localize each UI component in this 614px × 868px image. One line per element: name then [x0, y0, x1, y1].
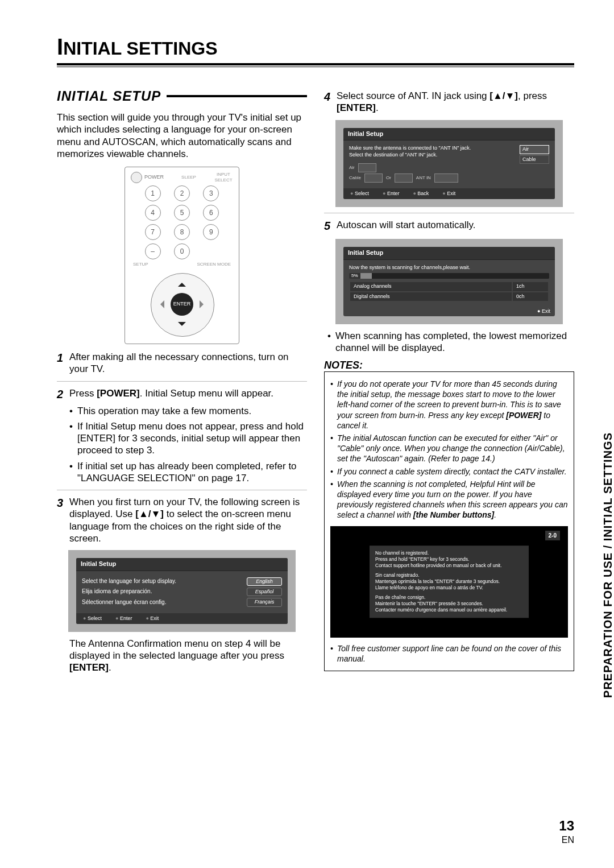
- right-column: 4 Select source of ANT. IN jack using [▲…: [324, 84, 574, 674]
- helpful-hint-screen: 2-0 No channel is registered.Press and h…: [330, 526, 568, 638]
- up-arrow-icon: [178, 279, 186, 287]
- notes-heading: NOTES:: [324, 359, 574, 372]
- intro-paragraph: This section will guide you through your…: [57, 111, 307, 160]
- step-1: 1 After making all the necessary connect…: [57, 351, 307, 375]
- chapter-initial: I: [57, 34, 63, 59]
- osd-autoscan-dialog: Initial Setup Now the system is scanning…: [335, 239, 563, 324]
- enter-button: ENTER: [171, 293, 193, 316]
- remote-diagram: POWER SLEEP INPUT SELECT 1 2 3 4 5 6 7 8…: [125, 167, 239, 344]
- left-column: INITIAL SETUP This section will guide yo…: [57, 84, 307, 674]
- channel-label: 2-0: [545, 531, 560, 540]
- step-2-bullets: This operation may take a few moments. I…: [69, 405, 307, 485]
- chapter-title-text: NITIAL SETTINGS: [63, 38, 217, 59]
- page-number: 13: [559, 818, 574, 834]
- notes-box: If you do not operate your TV for more t…: [324, 371, 574, 671]
- step-3: 3 When you first turn on your TV, the fo…: [57, 496, 307, 544]
- osd-source-dialog: Initial Setup Air Cable Make sure the an…: [335, 120, 563, 207]
- power-button-icon: [131, 172, 142, 183]
- step-2: 2 Press [POWER]. Initial Setup menu will…: [57, 387, 307, 402]
- step-5: 5 Autoscan will start automatically.: [324, 219, 574, 233]
- left-arrow-icon: [156, 300, 164, 308]
- page-language: EN: [559, 835, 574, 845]
- osd-language-dialog: Initial Setup Select the language for se…: [68, 550, 296, 632]
- number-pad: 1 2 3 4 5 6 7 8 9 – 0: [140, 185, 224, 259]
- section-bar: INITIAL SETUP: [57, 88, 307, 105]
- chapter-heading: INITIAL SETTINGS: [57, 34, 574, 67]
- step-3-after: The Antenna Confirmation menu on step 4 …: [69, 638, 307, 674]
- down-arrow-icon: [178, 322, 186, 330]
- section-tab: PREPARATION FOR USE / INITIAL SETTINGS: [601, 432, 614, 698]
- step-4: 4 Select source of ANT. IN jack using [▲…: [324, 90, 574, 114]
- dpad: ENTER: [151, 273, 213, 336]
- right-arrow-icon: [200, 300, 208, 308]
- section-title: INITIAL SETUP: [57, 88, 167, 105]
- manual-page: PREPARATION FOR USE / INITIAL SETTINGS 1…: [0, 0, 614, 868]
- page-footer: 13 EN: [559, 818, 574, 845]
